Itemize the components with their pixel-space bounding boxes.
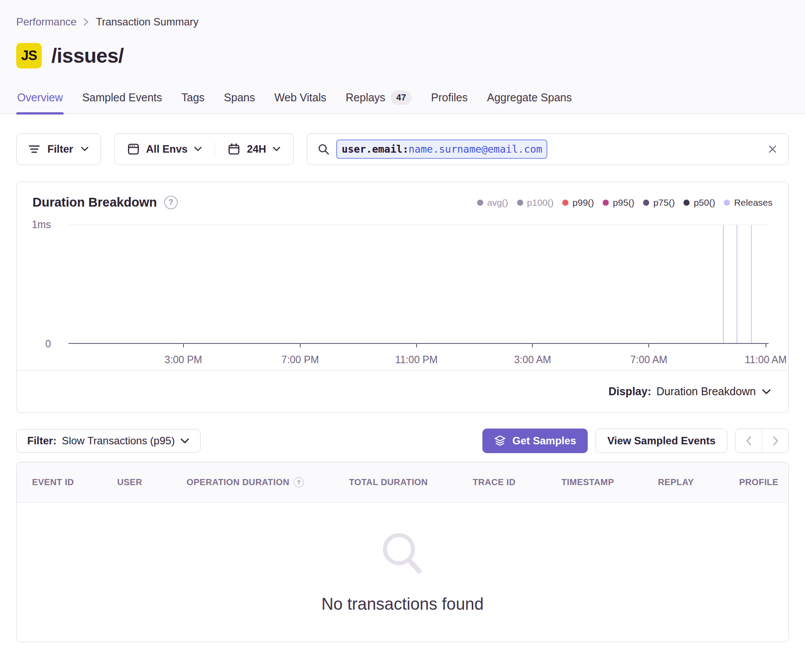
x-axis-tick [300, 344, 301, 347]
x-axis-label: 11:00 PM [395, 354, 438, 366]
legend-dot [724, 200, 730, 206]
chart-plot-area: 1ms 0 3:00 PM 7:00 PM 11:00 PM 3:00 AM 7… [17, 212, 788, 370]
magnifier-empty-icon [376, 527, 429, 582]
tab-tags[interactable]: Tags [180, 88, 205, 114]
clear-search-button[interactable] [766, 143, 779, 155]
legend-item-releases[interactable]: Releases [724, 197, 773, 208]
x-axis-tick [765, 344, 766, 347]
plot: 3:00 PM 7:00 PM 11:00 PM 3:00 AM 7:00 AM… [68, 225, 769, 344]
y-axis-label-1ms: 1ms [19, 219, 51, 231]
x-axis-label: 3:00 AM [514, 354, 551, 366]
tab-overview[interactable]: Overview [16, 88, 64, 114]
next-page-button[interactable] [762, 429, 788, 453]
calendar-icon [227, 143, 241, 156]
x-axis-label: 7:00 PM [281, 354, 319, 366]
chevron-down-icon [272, 146, 281, 152]
column-header-replay: REPLAY [658, 477, 739, 487]
replays-count-badge: 47 [391, 90, 412, 105]
help-icon[interactable]: ? [294, 477, 304, 487]
layers-icon [494, 435, 506, 447]
filter-lines-icon [28, 144, 40, 154]
chevron-right-icon [83, 17, 90, 27]
filter-bar: Filter All Envs 24H [16, 133, 789, 165]
empty-state-message: No transactions found [321, 595, 484, 614]
column-header-operation-duration: OPERATION DURATION ? [187, 477, 349, 487]
view-sampled-events-button[interactable]: View Sampled Events [596, 429, 727, 453]
x-axis-tick [532, 344, 533, 347]
legend-item-p75[interactable]: p75() [643, 197, 675, 208]
token-key: user.email: [341, 143, 408, 155]
tab-web-vitals[interactable]: Web Vitals [273, 88, 327, 114]
breadcrumb-transaction-summary: Transaction Summary [96, 16, 198, 28]
chevron-down-icon [80, 146, 89, 152]
column-header-event-id: EVENT ID [32, 477, 117, 487]
legend-dot [643, 200, 649, 206]
legend-item-p99[interactable]: p99() [562, 197, 594, 208]
tab-spans[interactable]: Spans [223, 88, 256, 114]
legend-item-p50[interactable]: p50() [683, 197, 715, 208]
tab-bar: Overview Sampled Events Tags Spans Web V… [16, 88, 789, 114]
x-axis-label: 11:00 AM [745, 354, 787, 366]
legend-dot [683, 200, 690, 206]
duration-breakdown-panel: Duration Breakdown ? avg() p100() p99() … [16, 182, 789, 413]
table-header-row: EVENT ID USER OPERATION DURATION ? TOTAL… [17, 462, 788, 503]
chevron-down-icon [180, 438, 190, 444]
tab-replays[interactable]: Replays 47 [345, 88, 413, 114]
chart-header: Duration Breakdown ? avg() p100() p99() … [17, 182, 788, 210]
release-marker-line[interactable] [751, 225, 752, 343]
x-axis-tick [648, 344, 649, 347]
pagination [735, 429, 789, 453]
env-date-group: All Envs 24H [114, 133, 294, 165]
gridline-1ms [68, 225, 769, 225]
column-header-profile: PROFILE [739, 477, 778, 487]
y-axis-label-0: 0 [19, 338, 51, 350]
tab-profiles[interactable]: Profiles [430, 88, 468, 114]
legend-item-avg[interactable]: avg() [477, 197, 508, 208]
column-header-timestamp: TIMESTAMP [561, 477, 658, 487]
column-header-trace-id: TRACE ID [473, 477, 561, 487]
display-value: Duration Breakdown [656, 385, 756, 398]
tab-sampled-events[interactable]: Sampled Events [81, 88, 163, 114]
release-marker-line[interactable] [723, 225, 724, 343]
transaction-filter-dropdown[interactable]: Filter: Slow Transactions (p95) [16, 429, 201, 453]
legend-dot [603, 200, 609, 206]
transactions-table: EVENT ID USER OPERATION DURATION ? TOTAL… [16, 462, 789, 642]
chart-title: Duration Breakdown [32, 195, 157, 210]
release-marker-line[interactable] [737, 225, 737, 343]
legend-item-p95[interactable]: p95() [603, 197, 634, 208]
x-axis-tick [183, 344, 184, 347]
previous-page-button[interactable] [736, 429, 762, 453]
window-icon [127, 143, 140, 156]
legend-dot [477, 200, 483, 206]
help-icon[interactable]: ? [164, 196, 178, 209]
x-axis-label: 7:00 AM [630, 354, 667, 366]
search-icon [317, 143, 330, 156]
chevron-down-icon [761, 388, 772, 395]
chart-legend: avg() p100() p99() p95() p75() p50() Rel… [477, 197, 773, 208]
display-label: Display: [608, 385, 651, 398]
x-axis-tick [416, 344, 417, 347]
environment-selector[interactable]: All Envs [115, 143, 215, 156]
get-samples-button[interactable]: Get Samples [482, 429, 587, 453]
column-header-user: USER [117, 477, 187, 487]
breadcrumb-performance[interactable]: Performance [16, 16, 76, 28]
empty-state: No transactions found [17, 503, 788, 642]
token-value: name.surname@email.com [409, 143, 543, 155]
title-row: JS /issues/ [16, 43, 789, 68]
page-title: /issues/ [51, 44, 124, 68]
toolbar-right: Get Samples View Sampled Events [482, 429, 789, 453]
tab-aggregate-spans[interactable]: Aggregate Spans [486, 88, 572, 114]
search-filter-token[interactable]: user.email:name.surname@email.com [336, 139, 547, 159]
legend-item-p100[interactable]: p100() [517, 197, 554, 208]
legend-dot [562, 200, 568, 206]
samples-toolbar: Filter: Slow Transactions (p95) Get Samp… [16, 429, 789, 453]
filter-button[interactable]: Filter [16, 133, 101, 165]
chevron-down-icon [194, 146, 202, 152]
legend-dot [517, 200, 523, 206]
search-input[interactable]: user.email:name.surname@email.com [307, 133, 789, 165]
breadcrumb: Performance Transaction Summary [16, 16, 789, 28]
date-range-selector[interactable]: 24H [215, 143, 293, 156]
page-header: Performance Transaction Summary JS /issu… [0, 0, 805, 114]
display-selector[interactable]: Display: Duration Breakdown [17, 370, 788, 412]
x-axis-label: 3:00 PM [165, 354, 202, 366]
